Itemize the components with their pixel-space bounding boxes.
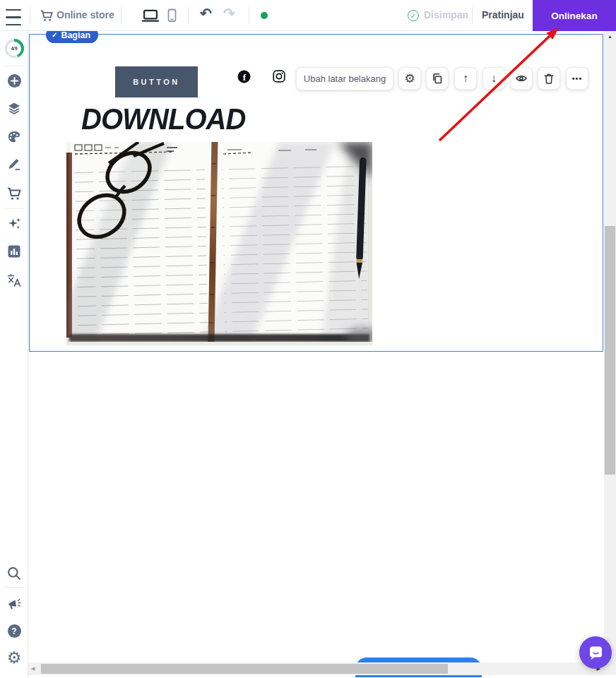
duplicate-section-button[interactable] (426, 67, 449, 90)
chat-launcher-button[interactable] (579, 636, 612, 669)
divider (4, 66, 25, 66)
saved-status-label: Disimpan (424, 9, 468, 20)
edit-pencil-icon[interactable] (0, 157, 28, 172)
divider (4, 208, 25, 209)
store-cart-icon[interactable] (0, 186, 28, 201)
notebook-photo[interactable] (66, 142, 372, 345)
undo-icon[interactable]: ↶ (200, 5, 212, 22)
divider (472, 7, 473, 24)
change-background-button[interactable]: Ubah latar belakang (296, 67, 393, 90)
scroll-left-icon[interactable]: ◀ (31, 666, 35, 672)
instagram-icon[interactable] (273, 70, 285, 85)
cart-icon (40, 8, 54, 23)
divider (249, 7, 249, 24)
ellipsis-icon: ••• (572, 74, 583, 83)
arrow-down-icon: ↓ (491, 72, 497, 85)
mobile-view-icon[interactable] (165, 8, 179, 23)
vertical-scrollbar[interactable]: ▲ ▼ (604, 31, 616, 662)
eye-icon (515, 72, 528, 85)
section-badge-label: Bagian (61, 30, 90, 40)
editor-canvas: ✓ Bagian BUTTON f DOWNLOAD Ubah latar be… (29, 31, 604, 662)
more-options-button[interactable]: ••• (566, 67, 588, 90)
progress-ring-icon: 4/9 (5, 39, 24, 58)
vertical-scrollbar-thumb[interactable] (605, 226, 615, 475)
setup-progress-indicator[interactable]: 4/9 (0, 39, 28, 58)
settings-gear-icon[interactable]: ⚙ (0, 650, 28, 666)
site-button-element[interactable]: BUTTON (115, 66, 198, 97)
hamburger-menu-icon[interactable] (6, 6, 21, 28)
search-icon[interactable] (0, 566, 28, 581)
styles-palette-icon[interactable] (0, 130, 28, 144)
trash-icon (543, 72, 555, 85)
preview-button[interactable]: Pratinjau (482, 9, 524, 20)
desktop-view-icon[interactable] (141, 8, 160, 23)
divider (4, 587, 25, 588)
ai-sparkles-icon[interactable] (0, 216, 28, 232)
gear-icon: ⚙ (404, 73, 415, 85)
selected-section[interactable]: ✓ Bagian BUTTON f DOWNLOAD Ubah latar be… (29, 34, 603, 352)
divider (121, 7, 122, 24)
check-icon: ✓ (52, 31, 57, 39)
move-section-up-button[interactable]: ↑ (454, 67, 477, 90)
move-section-down-button[interactable]: ↓ (482, 67, 505, 90)
divider (188, 7, 189, 24)
scroll-up-icon[interactable]: ▲ (604, 34, 616, 39)
analytics-chart-icon[interactable] (0, 244, 28, 258)
sidebar: 4/9 ? ⚙ (0, 31, 28, 678)
publish-button[interactable]: Onlinekan (533, 0, 616, 31)
translate-language-icon[interactable] (0, 273, 28, 288)
help-question-icon[interactable]: ? (0, 624, 28, 638)
delete-section-button[interactable] (538, 67, 560, 90)
hide-section-button[interactable] (510, 67, 533, 90)
add-element-icon[interactable] (0, 73, 28, 88)
horizontal-scrollbar[interactable]: ◀ ▶ (28, 662, 616, 675)
announcements-megaphone-icon[interactable] (0, 597, 28, 612)
layers-icon[interactable] (0, 102, 28, 116)
section-heading[interactable]: DOWNLOAD (81, 102, 245, 136)
store-menu-label[interactable]: Online store (57, 9, 114, 20)
svg-text:f: f (243, 72, 247, 83)
saved-check-icon: ✓ (408, 10, 419, 21)
copy-icon (431, 72, 444, 85)
topbar: Online store ↶ ↷ ✓ Disimpan Pratinjau On… (0, 0, 616, 31)
redo-icon: ↷ (223, 5, 235, 22)
arrow-up-icon: ↑ (463, 72, 468, 85)
facebook-icon[interactable]: f (237, 70, 251, 86)
divider (30, 7, 30, 24)
section-settings-button[interactable]: ⚙ (398, 67, 421, 90)
progress-label: 4/9 (7, 42, 21, 56)
chat-bubble-icon (587, 644, 605, 662)
horizontal-scrollbar-thumb[interactable] (41, 664, 448, 674)
status-dot (261, 12, 268, 19)
